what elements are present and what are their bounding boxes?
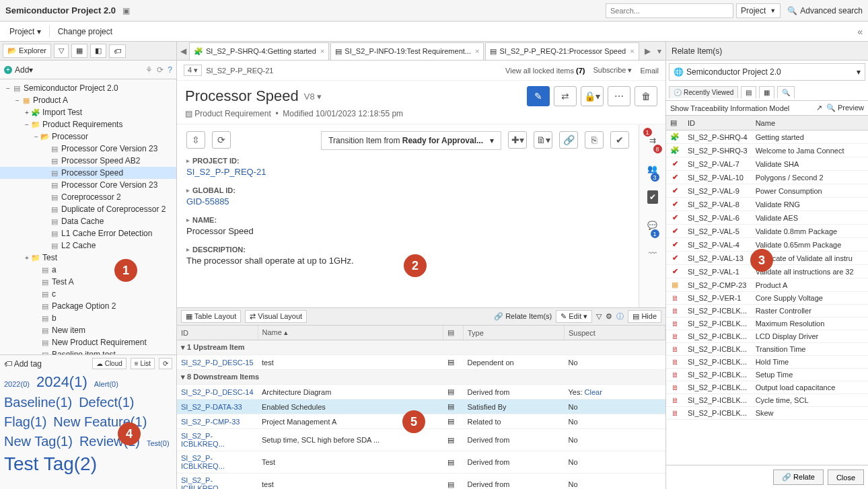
breadcrumb-nav[interactable]: 4 ▾ [184, 65, 202, 76]
tree-node[interactable]: ▤Test A [0, 276, 176, 288]
relate-list-row[interactable]: 🗎SI_S2_P-ICBLK...Output load capacitance [666, 381, 868, 394]
relation-id[interactable]: SI_S2_P-ICBLKREQ... [177, 451, 258, 474]
field-value[interactable]: GID-55885 [186, 196, 629, 206]
relate-list-row[interactable]: 🧩SI_S2_P-SHRQ-4Getting started [666, 130, 868, 144]
table-layout-button[interactable]: ▦ Table Layout [181, 310, 241, 323]
help-icon[interactable]: ? [168, 65, 172, 75]
relate-list-row[interactable]: 🗎SI_S2_P-ICBLK...Setup Time [666, 369, 868, 381]
relate-list-row[interactable]: ✔SI_S2_P-VAL-4Validate 0.65mm Package [666, 238, 868, 252]
copy-button[interactable]: ⎘ [585, 131, 604, 149]
relate-list-row[interactable]: 🗎SI_S2_P-ICBLK...Hold Time [666, 356, 868, 369]
tree-node[interactable]: ▤Processor Speed AB2 [0, 155, 176, 167]
collapse-sidebar-icon[interactable]: « [857, 26, 863, 37]
edit-button[interactable]: ✎ [527, 86, 550, 106]
window-icon[interactable]: ▣ [122, 6, 130, 15]
relation-row[interactable]: SI_S2_P-D_DESC-15test▤Dependent onNo [177, 355, 665, 370]
lock-button[interactable]: 🔒 ▾ [581, 86, 604, 106]
tree-node[interactable]: ▤Processor Core Version 23 [0, 143, 176, 155]
tree-node[interactable]: ▤Processor Speed [0, 167, 176, 179]
toolbar-icon-1[interactable]: ⚘ [145, 65, 153, 75]
editor-tab[interactable]: 🧩SI_S2_P-SHRQ-4:Getting started× [189, 42, 329, 60]
more-button[interactable]: ⋯ [608, 86, 630, 106]
tree-tab-icon[interactable]: ▤ [741, 86, 756, 98]
tree-node[interactable]: ▤L2 Cache [0, 239, 176, 252]
relate-list-row[interactable]: ✔SI_S2_P-VAL-8Validate RNG [666, 198, 868, 211]
filter-tab-icon[interactable]: ▽ [54, 44, 69, 58]
relation-id[interactable]: SI_S2_P-DATA-33 [177, 400, 258, 414]
tree-node[interactable]: −▦Product A [0, 94, 176, 106]
locked-items-link[interactable]: View all locked items (7) [505, 67, 585, 75]
close-icon[interactable]: × [320, 47, 324, 55]
field-value[interactable]: SI_S2_P-P_REQ-21 [186, 167, 629, 177]
relate-list-row[interactable]: 🧩SI_S2_P-SHRQ-3Welcome to Jama Connect [666, 144, 868, 157]
relation-id[interactable]: SI_S2_P-ICBLKREQ... [177, 429, 258, 451]
tags-refresh-icon[interactable]: ⟳ [159, 358, 172, 369]
tree-node[interactable]: ▤a [0, 264, 176, 276]
relate-list-row[interactable]: 🗎SI_S2_P-ICBLK...Maximum Resolution [666, 317, 868, 330]
relate-list-row[interactable]: ✔SI_S2_P-VAL-7Validate SHA [666, 157, 868, 171]
activity-rail-button[interactable]: 〰 [642, 240, 663, 267]
version-selector[interactable]: V8 ▾ [304, 91, 322, 102]
cloud-view-button[interactable]: ☁ Cloud [92, 358, 126, 369]
delete-button[interactable]: 🗑 [635, 86, 657, 106]
tree-node[interactable]: −📂Processor [0, 130, 176, 143]
settings-icon[interactable]: ⚙ [606, 312, 612, 321]
tag-item[interactable]: Baseline(1) [4, 395, 72, 410]
rel-col-suspect[interactable]: Suspect [565, 326, 665, 340]
rel-col-icon[interactable]: ▤ [443, 326, 464, 340]
transition-dropdown[interactable]: Transition Item from Ready for Approval.… [321, 131, 501, 150]
project-tree[interactable]: −▤Semiconductor Project 2.0−▦Product A+🧩… [0, 79, 176, 354]
advanced-search-link[interactable]: 🔍 Advanced search [787, 6, 863, 15]
refresh-icon[interactable]: ⟳ [157, 65, 164, 75]
project-menu[interactable]: Project ▾ [5, 24, 45, 39]
relation-row[interactable]: SI_S2_P-DATA-33Enabled Schedules▤Satisfi… [177, 400, 665, 414]
relate-list-row[interactable]: ✔SI_S2_P-VAL-13Duplicate of Validate all… [666, 252, 868, 265]
refresh-button[interactable]: ⟳ [212, 131, 231, 149]
clear-suspect-link[interactable]: Clear [585, 388, 602, 396]
relations-rail-button[interactable]: 1 ⇉ 8 [642, 127, 663, 154]
grid-tab-icon[interactable]: ▦ [759, 86, 774, 98]
visual-layout-button[interactable]: ⇄ Visual Layout [245, 310, 307, 323]
relation-group-upstream[interactable]: ▾ 1 Upstream Item [177, 340, 665, 355]
filter-icon[interactable]: ▽ [596, 312, 602, 321]
preview-button[interactable]: 🔍 Preview [826, 104, 864, 112]
relate-list-row[interactable]: 🗎SI_S2_P-ICBLK...Cycle time, SCL [666, 394, 868, 407]
subscribe-menu[interactable]: Subscribe ▾ [593, 66, 632, 75]
relate-list-row[interactable]: ▦SI_S2_P-CMP-23Product A [666, 278, 868, 292]
checklist-rail-button[interactable]: ✔ [642, 184, 663, 211]
tree-node[interactable]: ▤L1 Cache Error Detection [0, 227, 176, 239]
tree-node[interactable]: ▤Baseline item test [0, 348, 176, 354]
search-tab-icon[interactable]: 🔍 [777, 86, 795, 98]
trace-open-icon[interactable]: ↗ [816, 104, 822, 112]
tag-item[interactable]: New Tag(1) [4, 434, 73, 449]
relate-list-row[interactable]: 🗎SI_S2_P-ICBLK...Skew [666, 407, 868, 420]
baseline-tab-icon[interactable]: ◧ [90, 44, 106, 58]
edit-relations-button[interactable]: ✎ Edit ▾ [556, 310, 592, 323]
tag-item[interactable]: Review(1) [79, 434, 140, 449]
tree-node[interactable]: −▤Semiconductor Project 2.0 [0, 82, 176, 94]
hide-relations-button[interactable]: ▤ Hide [628, 310, 661, 323]
search-input[interactable] [606, 3, 733, 18]
tag-item[interactable]: Defect(1) [79, 395, 134, 410]
relate-list-row[interactable]: 🗎SI_S2_P-ICBLK...Transition Time [666, 343, 868, 356]
relation-row[interactable]: SI_S2_P-ICBLKREQ...test▤Derived fromNo [177, 474, 665, 490]
link-button[interactable]: 🔗 [559, 131, 578, 149]
relation-id[interactable]: SI_S2_P-D_DESC-14 [177, 385, 258, 400]
rp-col-name[interactable]: Name [752, 116, 868, 130]
relate-items-button[interactable]: 🔗 Relate Item(s) [494, 312, 552, 321]
tree-node[interactable]: ▤Duplicate of Coreprocessor 2 [0, 203, 176, 215]
tree-node[interactable]: ▤Processor Core Version 23 [0, 179, 176, 191]
tag-item[interactable]: 2022(0) [4, 380, 30, 388]
tag-item[interactable]: 2024(1) [36, 373, 87, 391]
tree-node[interactable]: ▤New item [0, 324, 176, 336]
tree-node[interactable]: ▤Coreprocessor 2 [0, 191, 176, 203]
relate-list-row[interactable]: ✔SI_S2_P-VAL-9Power Consumption [666, 184, 868, 198]
relation-group-downstream[interactable]: ▾ 8 Downstream Items [177, 370, 665, 385]
tab-nav-prev[interactable]: ◀ [177, 46, 189, 56]
tag-item[interactable]: Alert(0) [94, 380, 118, 388]
relate-list-row[interactable]: ✔SI_S2_P-VAL-5Validate 0.8mm Package [666, 225, 868, 238]
tree-node[interactable]: +📁Test [0, 252, 176, 264]
explorer-tab[interactable]: 📂 Explorer [3, 44, 51, 58]
rp-col-id[interactable]: ID [684, 116, 752, 130]
tree-node[interactable]: ▤c [0, 288, 176, 300]
